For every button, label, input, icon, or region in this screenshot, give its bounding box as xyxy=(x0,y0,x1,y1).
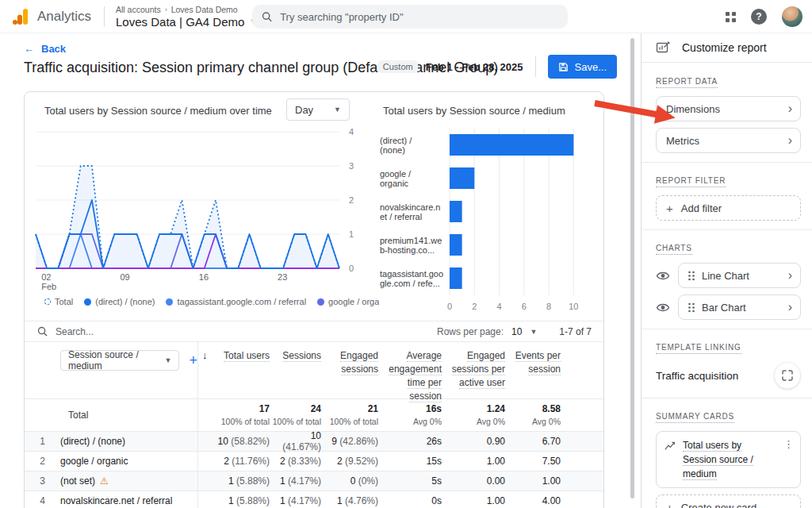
metric-cell: 4.00 xyxy=(505,495,561,506)
app-header: Analytics All accounts › Loves Data Demo… xyxy=(0,0,812,33)
chevron-right-icon: › xyxy=(788,301,792,314)
column-header[interactable]: Events per session xyxy=(505,342,561,398)
section-divider xyxy=(642,329,812,329)
svg-text:02: 02 xyxy=(41,272,51,282)
column-header[interactable]: Average engagement time per session xyxy=(378,342,442,398)
svg-text:4: 4 xyxy=(349,127,354,137)
legend-dot-icon xyxy=(84,298,91,306)
more-options-icon[interactable]: ⋮ xyxy=(783,438,794,450)
svg-text:2: 2 xyxy=(472,302,477,311)
section-label-charts: CHARTS xyxy=(656,244,692,255)
global-search-input[interactable] xyxy=(280,11,558,23)
global-search[interactable] xyxy=(252,5,568,29)
svg-text:6: 6 xyxy=(522,302,527,311)
avatar[interactable] xyxy=(782,6,802,27)
legend-item: tagassistant.google.com / referral xyxy=(166,297,306,306)
section-divider xyxy=(642,398,812,398)
scrollbar-thumb[interactable] xyxy=(630,38,634,498)
plus-icon: + xyxy=(666,202,673,215)
add-dimension-button[interactable]: + xyxy=(189,350,197,371)
account-switcher[interactable]: All accounts › Loves Data Demo Loves Dat… xyxy=(116,5,257,29)
metric-cell: 1.00 xyxy=(442,495,505,506)
totals-cell: 1.24Avg 0% xyxy=(442,399,505,431)
metric-cell: 5s xyxy=(378,475,442,487)
totals-cell: 24100% of total xyxy=(270,399,321,431)
totals-cell: 16sAvg 0% xyxy=(378,399,442,431)
row-index: 4 xyxy=(25,491,60,508)
bar-chart-title: Total users by Session source / medium xyxy=(383,105,565,117)
section-label-template-linking: TEMPLATE LINKING xyxy=(656,343,741,354)
property-name: Loves Data | GA4 Demo xyxy=(116,15,244,29)
add-filter-button[interactable]: + Add filter xyxy=(656,195,801,221)
report-data-item-dimensions[interactable]: Dimensions› xyxy=(656,96,801,121)
metric-cell: 1.00 xyxy=(442,456,505,467)
column-header[interactable]: Engaged sessions xyxy=(321,342,378,398)
section-divider xyxy=(642,162,812,163)
breadcrumb-account: All accounts xyxy=(116,5,161,14)
breadcrumb-chevron-icon: › xyxy=(165,6,167,13)
save-button[interactable]: Save... xyxy=(548,55,617,79)
legend-item: (direct) / (none) xyxy=(84,297,155,306)
table-search-input[interactable] xyxy=(56,326,190,337)
metric-cell: 1 (4.17%) xyxy=(270,495,321,506)
date-badge: Custom xyxy=(378,60,418,73)
metric-cell: 2 (8.33%) xyxy=(270,456,321,467)
column-header[interactable]: Sessions xyxy=(270,342,321,398)
unlink-template-button[interactable] xyxy=(774,362,801,389)
svg-text:0: 0 xyxy=(349,264,354,273)
chart-item-bar-chart[interactable]: Bar Chart› xyxy=(678,294,801,320)
chevron-right-icon: › xyxy=(788,102,792,115)
metric-cell: 10 (41.67%) xyxy=(270,430,321,452)
report-card: Total users by Session source / medium o… xyxy=(24,91,604,508)
dimension-selector[interactable]: Session source / medium ▼ xyxy=(60,350,179,371)
chevron-down-icon[interactable]: ▼ xyxy=(530,328,537,336)
table-body: 1(direct) / (none)10 (58.82%)10 (41.67%)… xyxy=(25,432,604,508)
row-index: 1 xyxy=(25,432,60,451)
trending-line-icon xyxy=(665,441,676,452)
table-toolbar: Rows per page: 10 ▼ 1-7 of 7 xyxy=(25,321,604,342)
report-table: Rows per page: 10 ▼ 1-7 of 7 Session sou… xyxy=(25,321,604,508)
metric-cell: 10 (58.82%) xyxy=(214,436,270,447)
legend-dot-icon xyxy=(44,298,51,305)
divider xyxy=(535,56,536,77)
dimension-value: novalskincare.net / referral xyxy=(60,491,197,508)
svg-text:0: 0 xyxy=(447,302,452,311)
help-icon[interactable]: ? xyxy=(751,9,767,25)
panel-header: Customize report xyxy=(642,33,812,63)
vertical-scrollbar xyxy=(629,33,636,508)
back-button[interactable]: ← Back xyxy=(24,43,66,55)
date-range-picker[interactable]: Feb 1 - Feb 28, 2025 xyxy=(426,61,523,73)
drag-handle-icon[interactable] xyxy=(688,302,695,313)
totals-cell: 17100% of total xyxy=(214,399,270,431)
line-chart-title: Total users by Session source / medium o… xyxy=(44,105,272,117)
svg-text:10: 10 xyxy=(569,302,578,311)
totals-cell: 21100% of total xyxy=(321,399,378,431)
chart-toggle-row: Bar Chart› xyxy=(656,294,801,320)
column-header[interactable]: Total users xyxy=(214,342,270,398)
column-header[interactable]: Engaged sessions per active user xyxy=(442,342,505,398)
report-data-item-metrics[interactable]: Metrics› xyxy=(656,128,801,153)
totals-cell: 8.58Avg 0% xyxy=(505,399,561,431)
svg-text:tagassistant.google.com / refe: tagassistant.google.com / refe... xyxy=(380,269,443,288)
summary-card[interactable]: Total users by Session source / medium ⋮ xyxy=(656,431,801,488)
section-divider xyxy=(642,229,812,230)
apps-grid-icon[interactable] xyxy=(726,12,736,22)
drag-handle-icon[interactable] xyxy=(688,271,695,281)
summary-card-title: Total users by Session source / medium xyxy=(683,438,776,481)
sort-descending-icon[interactable]: ↓ xyxy=(202,349,208,361)
metric-cell: 1 (5.88%) xyxy=(214,495,270,506)
analytics-logo[interactable]: Analytics xyxy=(0,7,91,26)
eye-icon[interactable] xyxy=(656,271,670,281)
table-row: 2google / organic2 (11.76%)2 (8.33%)2 (9… xyxy=(25,452,604,471)
section-label-summary-cards: SUMMARY CARDS xyxy=(656,412,734,423)
customize-panel: Customize report REPORT DATA Dimensions›… xyxy=(641,33,812,508)
legend-item: google / organic xyxy=(317,297,379,306)
metric-cell: 0s xyxy=(378,495,442,506)
rows-per-page-select[interactable]: 10 xyxy=(511,326,522,337)
create-new-card-button[interactable]: + Create new card xyxy=(656,495,801,508)
chart-item-line-chart[interactable]: Line Chart› xyxy=(678,263,801,288)
legend-dot-icon xyxy=(317,298,324,306)
eye-icon[interactable] xyxy=(656,302,670,313)
interval-select[interactable]: Day ▼ xyxy=(286,98,350,121)
section-label-report-filter: REPORT FILTER xyxy=(656,176,726,187)
